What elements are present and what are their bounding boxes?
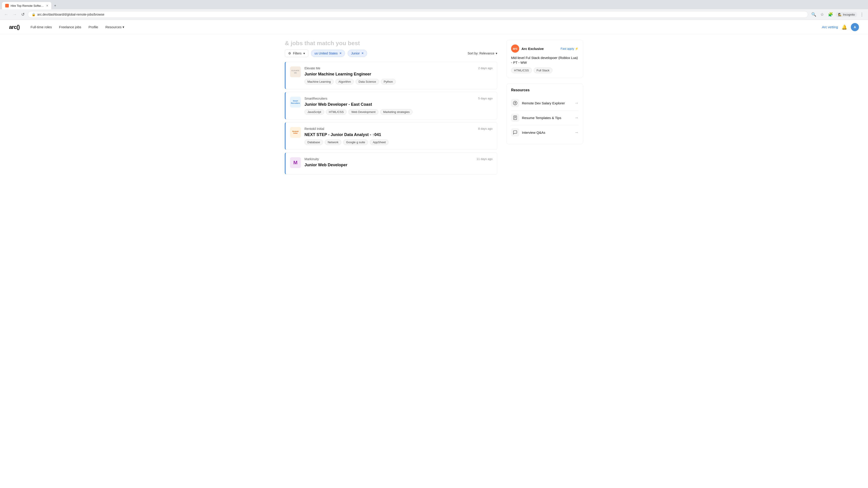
nav-freelance[interactable]: Freelance jobs [59, 25, 81, 29]
salary-icon [511, 99, 519, 107]
us-filter-chip[interactable]: us United States × [311, 50, 345, 57]
job-list: ELEVATEME Elevate Me 2 days ago Junior M… [285, 62, 497, 177]
arc-logo-badge: arc [511, 44, 519, 53]
job-tag: Database [305, 139, 323, 145]
nav-full-time[interactable]: Full-time roles [31, 25, 52, 29]
search-page-button[interactable]: 🔍 [810, 11, 817, 18]
job-info: Markinuity 11 days ago Junior Web Develo… [305, 157, 493, 170]
job-card[interactable]: RentokilInitial Rentokil Initial 8 days … [285, 122, 497, 150]
job-info: Rentokil Initial 8 days ago NEXT STEP - … [305, 127, 493, 145]
arc-exclusive-card: arc Arc Exclusive Fast apply ⚡ Mid-level… [506, 40, 583, 78]
app-wrapper: arc() Full-time roles Freelance jobs Pro… [0, 20, 868, 488]
notifications-button[interactable]: 🔔 [842, 24, 847, 30]
sort-label: Sort by: Relevance [468, 52, 494, 55]
tab-title: Hire Top Remote Software Dev... [11, 4, 44, 7]
job-title: Junior Web Developer [305, 163, 493, 167]
job-header: Rentokil Initial 8 days ago [305, 127, 493, 131]
job-card[interactable]: ELEVATEME Elevate Me 2 days ago Junior M… [285, 62, 497, 89]
lightning-icon: ⚡ [575, 47, 579, 51]
avatar[interactable]: A [851, 23, 859, 31]
nav-resources[interactable]: Resources ▾ [105, 25, 124, 29]
interview-label: Interview Q&As [522, 131, 572, 134]
active-tab[interactable]: Hire Top Remote Software Dev... × [2, 2, 52, 9]
arrow-icon: → [575, 116, 579, 120]
job-tag: Web Development [348, 109, 378, 115]
filter-bar: ⚙ Filters ▾ us United States × Junior × … [285, 50, 497, 57]
tab-close-button[interactable]: × [46, 4, 48, 7]
job-header: Elevate Me 2 days ago [305, 66, 493, 71]
job-time: 5 days ago [478, 97, 493, 100]
job-title: Junior Web Developer - East Coast [305, 102, 493, 107]
job-title: NEXT STEP - Junior Data Analyst - ↑041 [305, 132, 493, 137]
extensions-button[interactable]: 🧩 [827, 11, 834, 18]
chevron-down-icon: ▾ [123, 25, 124, 29]
sort-control[interactable]: Sort by: Relevance ▾ [468, 52, 497, 55]
url-display: arc.dev/dashboard/d/global-remote-jobs/b… [37, 13, 804, 16]
job-tag: HTML/CSS [326, 109, 347, 115]
us-chip-label: us United States [314, 52, 338, 55]
chevron-down-icon: ▾ [303, 52, 305, 55]
job-card[interactable]: M Markinuity 11 days ago Junior Web Deve… [285, 153, 497, 174]
main-nav: Full-time roles Freelance jobs Profile R… [31, 25, 822, 29]
job-tag: Network [325, 139, 342, 145]
arrow-icon: → [575, 101, 579, 105]
arc-exclusive-tags: HTML/CSS Full Stack [511, 68, 579, 73]
filters-button[interactable]: ⚙ Filters ▾ [285, 50, 308, 57]
logo-text: M [293, 160, 298, 166]
address-bar[interactable]: 🔒 arc.dev/dashboard/d/global-remote-jobs… [28, 11, 808, 18]
browser-tabs: Hire Top Remote Software Dev... × + [0, 0, 868, 9]
nav-profile[interactable]: Profile [89, 25, 98, 29]
filter-icon: ⚙ [288, 52, 291, 55]
interview-icon [511, 128, 519, 136]
job-title: Junior Machine Learning Engineer [305, 72, 493, 76]
sidebar: arc Arc Exclusive Fast apply ⚡ Mid-level… [506, 40, 583, 177]
browser-actions: 🔍 ☆ 🧩 🕵️ Incognito ⋮ [810, 11, 865, 18]
reload-button[interactable]: ↺ [20, 11, 26, 18]
chevron-down-icon: ▾ [496, 52, 497, 55]
bookmark-button[interactable]: ☆ [819, 11, 825, 18]
arc-exclusive-label: Arc Exclusive [522, 47, 558, 51]
resume-icon [511, 113, 519, 122]
job-tag: Algorithm [336, 79, 354, 85]
back-button[interactable]: ← [3, 11, 9, 18]
salary-label: Remote Dev Salary Explorer [522, 101, 572, 105]
header-right: Arc vetting 🔔 A [822, 23, 859, 31]
job-info: Elevate Me 2 days ago Junior Machine Lea… [305, 66, 493, 85]
junior-chip-remove[interactable]: × [362, 51, 364, 55]
company-logo: ELEVATEME [290, 66, 301, 77]
arc-exclusive-header: arc Arc Exclusive Fast apply ⚡ [511, 44, 579, 53]
job-header: SmartRecruiters 5 days ago [305, 97, 493, 101]
company-logo: M [290, 157, 301, 168]
arc-exclusive-job-title: Mid-level Ful Stack developoer (Roblox L… [511, 55, 579, 65]
job-header: Markinuity 11 days ago [305, 157, 493, 162]
arc-tag: Full Stack [534, 68, 553, 73]
browser-menu-button[interactable]: ⋮ [859, 11, 865, 18]
lock-icon: 🔒 [32, 13, 35, 16]
company-logo: RentokilInitial [290, 127, 301, 138]
job-tags: Database Network Google g suite AppSheet [305, 139, 493, 145]
job-card[interactable]: SmartRecruiters SmartRecruiters 5 days a… [285, 92, 497, 120]
job-time: 8 days ago [478, 127, 493, 130]
forward-button[interactable]: → [11, 11, 18, 18]
resources-title: Resources [511, 88, 579, 92]
main-column: & jobs that match you best ⚙ Filters ▾ u… [285, 40, 497, 177]
job-tag: Machine Learning [305, 79, 334, 85]
incognito-icon: 🕵️ [838, 13, 842, 16]
resource-resume[interactable]: Resume Templates & Tips → [511, 110, 579, 125]
resource-interview[interactable]: Interview Q&As → [511, 125, 579, 140]
company-name: Markinuity [305, 157, 319, 161]
resume-label: Resume Templates & Tips [522, 116, 572, 120]
resources-label: Resources [105, 25, 122, 29]
us-chip-remove[interactable]: × [340, 51, 342, 55]
job-time: 11 days ago [476, 157, 493, 161]
arc-vetting-link[interactable]: Arc vetting [822, 25, 838, 29]
resource-salary[interactable]: Remote Dev Salary Explorer → [511, 96, 579, 110]
job-tags: JavaScript HTML/CSS Web Development Mark… [305, 109, 493, 115]
junior-filter-chip[interactable]: Junior × [348, 50, 367, 57]
fast-apply-button[interactable]: Fast apply ⚡ [561, 47, 579, 51]
company-name: Elevate Me [305, 66, 320, 70]
incognito-label: Incognito [843, 13, 855, 16]
new-tab-button[interactable]: + [52, 2, 58, 9]
site-logo[interactable]: arc() [9, 24, 20, 30]
site-header: arc() Full-time roles Freelance jobs Pro… [0, 20, 868, 34]
